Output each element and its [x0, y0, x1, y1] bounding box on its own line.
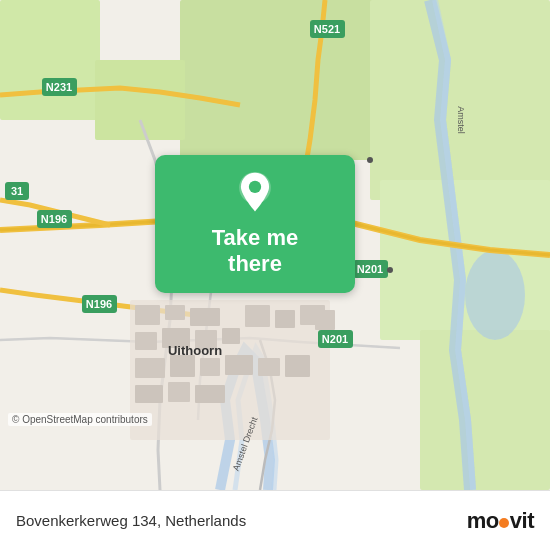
osm-credit: © OpenStreetMap contributors	[8, 413, 152, 426]
cta-label: Take me there	[187, 225, 323, 277]
moovit-logo: movit	[467, 508, 534, 534]
svg-rect-3	[0, 0, 100, 120]
svg-rect-19	[135, 358, 165, 378]
svg-rect-5	[380, 180, 550, 340]
svg-text:Amstel: Amstel	[456, 106, 466, 134]
svg-rect-24	[285, 355, 310, 377]
location-pin-icon	[233, 171, 277, 215]
svg-text:N201: N201	[357, 263, 383, 275]
take-me-there-button[interactable]: Take me there	[155, 155, 355, 293]
svg-text:Uithoorn: Uithoorn	[168, 343, 222, 358]
cta-button-wrapper: Take me there	[155, 155, 355, 293]
moovit-wordmark: movit	[467, 508, 534, 534]
svg-text:N231: N231	[46, 81, 72, 93]
svg-rect-15	[222, 328, 240, 344]
footer-bar: Bovenkerkerweg 134, Netherlands movit	[0, 490, 550, 550]
address-label: Bovenkerkerweg 134, Netherlands	[16, 512, 246, 529]
svg-rect-22	[225, 355, 253, 375]
svg-rect-6	[420, 330, 550, 490]
svg-rect-16	[245, 305, 270, 327]
svg-rect-9	[135, 305, 160, 325]
svg-point-49	[367, 157, 373, 163]
svg-rect-26	[135, 385, 163, 403]
moovit-dot	[499, 518, 509, 528]
svg-rect-10	[165, 305, 185, 320]
svg-rect-1	[180, 0, 380, 160]
svg-rect-17	[275, 310, 295, 328]
svg-rect-23	[258, 358, 280, 376]
svg-rect-4	[95, 60, 185, 140]
svg-rect-11	[190, 308, 220, 326]
svg-text:31: 31	[11, 185, 23, 197]
svg-point-51	[249, 181, 261, 193]
svg-text:N521: N521	[314, 23, 340, 35]
map-view: N521 N231 N201 N201 N201 N196 N196 31 Ui…	[0, 0, 550, 490]
svg-text:N201: N201	[322, 333, 348, 345]
svg-rect-27	[168, 382, 190, 402]
svg-rect-2	[370, 0, 550, 200]
svg-rect-28	[195, 385, 225, 403]
svg-text:N196: N196	[41, 213, 67, 225]
svg-rect-25	[315, 310, 335, 330]
svg-point-7	[465, 250, 525, 340]
svg-text:N196: N196	[86, 298, 112, 310]
svg-rect-21	[200, 358, 220, 376]
svg-rect-20	[170, 355, 195, 377]
svg-point-48	[387, 267, 393, 273]
svg-rect-12	[135, 332, 157, 350]
